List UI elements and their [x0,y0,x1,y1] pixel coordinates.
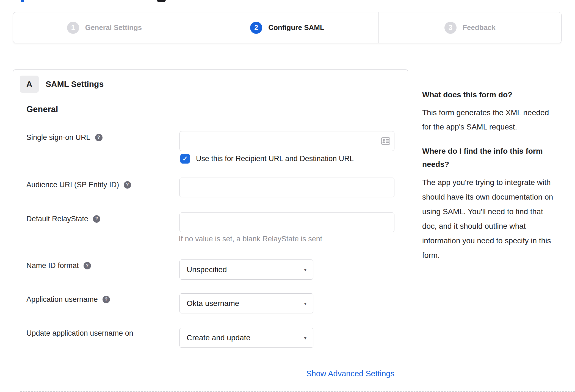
step-2-label: Configure SAML [268,23,324,32]
step-2-circle: 2 [250,22,262,34]
wizard-stepper: 1 General Settings 2 Configure SAML 3 Fe… [13,12,562,43]
cut-off-link-fragment [21,0,24,2]
update-username-value: Create and update [180,333,250,342]
sso-url-label-row: Single sign-on URL ? [26,132,103,143]
sso-url-input[interactable] [179,131,394,151]
help-icon[interactable]: ? [93,215,100,223]
help-answer-1: This form generates the XML needed for t… [422,106,575,134]
show-advanced-settings-link[interactable]: Show Advanced Settings [306,368,394,379]
help-icon[interactable]: ? [103,296,110,303]
step-3-label: Feedback [463,23,496,32]
app-username-select[interactable]: Okta username ▼ [179,293,313,313]
step-1-circle: 1 [67,22,79,34]
app-username-label-row: Application username ? [26,294,110,305]
audience-uri-input[interactable] [179,178,394,197]
recipient-url-checkbox-row: ✓ Use this for Recipient URL and Destina… [180,153,354,164]
help-sidebar: What does this form do? This form genera… [422,89,575,263]
contact-card-icon[interactable] [381,137,390,145]
app-username-value: Okta username [180,299,239,308]
audience-uri-label-row: Audience URI (SP Entity ID) ? [26,179,131,190]
relay-state-label: Default RelayState [26,215,88,223]
cut-off-icon-fragment [157,0,166,2]
chevron-down-icon: ▼ [303,267,307,272]
update-username-label: Update application username on [26,329,133,338]
step-1-label: General Settings [85,23,142,32]
relay-state-label-row: Default RelayState ? [26,213,100,224]
step-feedback[interactable]: 3 Feedback [378,12,561,43]
audience-uri-label: Audience URI (SP Entity ID) [26,181,119,189]
help-icon[interactable]: ? [95,134,103,141]
section-divider [20,391,575,392]
step-configure-saml[interactable]: 2 Configure SAML [196,12,378,43]
relay-state-input-wrap [179,212,394,232]
step-3-circle: 3 [444,22,457,34]
update-username-label-row: Update application username on [26,328,133,339]
name-id-format-label-row: Name ID format ? [26,260,91,271]
help-question-2-line: needs? [422,158,575,171]
sso-url-input-wrap [179,131,394,151]
help-icon[interactable]: ? [124,181,131,189]
chevron-down-icon: ▼ [303,335,307,340]
help-answer-2-line: information you need to specify in this [422,233,575,248]
name-id-format-label: Name ID format [26,261,79,270]
panel-title: SAML Settings [46,80,104,88]
recipient-url-checkbox-label: Use this for Recipient URL and Destinati… [196,154,354,163]
help-answer-2-line: should have its own documentation on [422,190,575,204]
relay-state-input[interactable] [179,212,394,232]
help-question-2-line: Where do I find the info this form [422,145,575,158]
recipient-url-checkbox[interactable]: ✓ [180,154,190,164]
app-username-label: Application username [26,295,98,304]
help-answer-1-line: for the app's SAML request. [422,120,575,134]
saml-settings-panel: A SAML Settings General Single sign-on U… [13,69,408,392]
audience-uri-input-wrap [179,178,394,197]
general-section-heading: General [26,105,58,114]
section-a-badge: A [20,76,39,93]
sso-url-label: Single sign-on URL [26,133,90,142]
relay-state-hint: If no value is set, a blank RelayState i… [179,234,322,244]
help-answer-2-line: doc, and it should outline what [422,219,575,233]
step-general-settings[interactable]: 1 General Settings [13,12,196,43]
name-id-format-value: Unspecified [180,265,227,274]
update-username-select[interactable]: Create and update ▼ [179,328,313,348]
help-answer-2: The app you're trying to integrate with … [422,175,575,263]
name-id-format-select[interactable]: Unspecified ▼ [179,260,313,280]
help-answer-1-line: This form generates the XML needed [422,106,575,120]
help-question-1: What does this form do? [422,89,575,101]
help-icon[interactable]: ? [84,262,91,269]
chevron-down-icon: ▼ [303,301,307,306]
help-answer-2-line: form. [422,248,575,263]
help-answer-2-line: using SAML. You'll need to find that [422,204,575,219]
help-question-2: Where do I find the info this form needs… [422,145,575,171]
help-answer-2-line: The app you're trying to integrate with [422,175,575,190]
